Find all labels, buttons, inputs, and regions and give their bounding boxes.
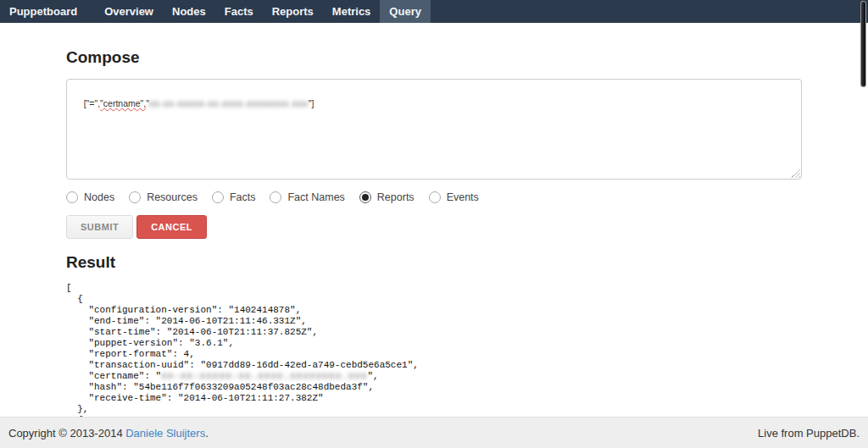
result-line: "puppet-version": "3.6.1", bbox=[66, 338, 802, 349]
author-link[interactable]: Daniele Sluijters bbox=[125, 427, 205, 440]
footer-copyright: Copyright © 2013-2014 Daniele Sluijters. bbox=[8, 427, 209, 440]
footer-live-status: Live from PuppetDB. bbox=[758, 427, 860, 440]
endpoint-option-events[interactable]: Events bbox=[429, 191, 479, 203]
nav-item-overview[interactable]: Overview bbox=[95, 0, 163, 23]
radio-icon[interactable] bbox=[66, 191, 78, 203]
endpoint-option-fact-names[interactable]: Fact Names bbox=[270, 191, 344, 203]
vertical-scrollbar-thumb[interactable] bbox=[860, 1, 866, 87]
result-line: "configuration-version": "1402414878", bbox=[66, 305, 802, 316]
query-redacted-hostname: xx-xx-xxxxx-xx.xxxx.xxxxxxxx.xxx bbox=[149, 98, 309, 108]
result-redacted-certname: xx-xx-xxxxx-xx.xxxx.xxxxxxxx.xxx bbox=[161, 371, 367, 381]
nav-item-nodes[interactable]: Nodes bbox=[163, 0, 215, 23]
endpoint-option-resources[interactable]: Resources bbox=[129, 191, 198, 203]
top-navbar: Puppetboard OverviewNodesFactsReportsMet… bbox=[0, 0, 868, 23]
query-textarea[interactable]: ["=","certname","xx-xx-xxxxx-xx.xxxx.xxx… bbox=[66, 79, 802, 180]
result-line: }, bbox=[66, 404, 802, 415]
radio-icon[interactable] bbox=[359, 191, 371, 203]
radio-label: Facts bbox=[230, 191, 256, 203]
result-line: "start-time": "2014-06-10T21:11:37.825Z"… bbox=[66, 327, 802, 338]
copyright-period: . bbox=[205, 427, 209, 440]
result-certname-suffix: ", bbox=[367, 371, 378, 381]
main-content: Compose ["=","certname","xx-xx-xxxxx-xx.… bbox=[0, 48, 868, 426]
result-line: "end-time": "2014-06-10T21:11:46.331Z", bbox=[66, 316, 802, 327]
nav-item-reports[interactable]: Reports bbox=[263, 0, 323, 23]
cancel-button[interactable]: CANCEL bbox=[136, 215, 207, 239]
endpoint-option-nodes[interactable]: Nodes bbox=[66, 191, 114, 203]
radio-label: Events bbox=[447, 191, 479, 203]
nav-item-query[interactable]: Query bbox=[380, 0, 431, 23]
radio-icon[interactable] bbox=[212, 191, 224, 203]
endpoint-option-reports[interactable]: Reports bbox=[359, 191, 415, 203]
nav-item-facts[interactable]: Facts bbox=[215, 0, 263, 23]
result-line: "hash": "54be116f7f0633209a05248f03ac28c… bbox=[66, 382, 802, 393]
nav-item-metrics[interactable]: Metrics bbox=[323, 0, 381, 23]
radio-label: Nodes bbox=[84, 191, 114, 203]
navbar-items: OverviewNodesFactsReportsMetricsQuery bbox=[95, 0, 431, 23]
result-json-output: [ { "configuration-version": "1402414878… bbox=[66, 283, 802, 426]
result-line: "certname": "xx-xx-xxxxx-xx.xxxx.xxxxxxx… bbox=[66, 371, 802, 382]
compose-heading: Compose bbox=[66, 48, 802, 67]
radio-icon[interactable] bbox=[129, 191, 141, 203]
result-line: "transaction-uuid": "0917dd89-16dd-42ed-… bbox=[66, 360, 802, 371]
textarea-resize-handle[interactable] bbox=[791, 169, 800, 178]
endpoint-option-facts[interactable]: Facts bbox=[212, 191, 256, 203]
result-line: "report-format": 4, bbox=[66, 349, 802, 360]
footer: Copyright © 2013-2014 Daniele Sluijters.… bbox=[0, 417, 868, 448]
copyright-text: Copyright © 2013-2014 bbox=[8, 427, 125, 440]
radio-label: Resources bbox=[147, 191, 198, 203]
radio-icon[interactable] bbox=[270, 191, 281, 203]
query-text-suffix: "] bbox=[309, 98, 314, 108]
radio-label: Reports bbox=[377, 191, 415, 203]
query-text-certname: "certname", bbox=[100, 98, 146, 108]
navbar-brand[interactable]: Puppetboard bbox=[0, 0, 86, 23]
result-heading: Result bbox=[66, 253, 802, 272]
radio-label: Fact Names bbox=[287, 191, 344, 203]
query-text-prefix: ["=", bbox=[84, 98, 100, 108]
result-line: "receive-time": "2014-06-10T21:11:27.382… bbox=[66, 393, 802, 404]
form-buttons: SUBMIT CANCEL bbox=[66, 215, 802, 239]
result-certname-key: "certname": " bbox=[66, 371, 161, 381]
result-line: [ bbox=[66, 283, 802, 294]
submit-button[interactable]: SUBMIT bbox=[66, 215, 133, 239]
radio-icon[interactable] bbox=[429, 191, 441, 203]
result-line: { bbox=[66, 294, 802, 305]
endpoint-radio-group: NodesResourcesFactsFact NamesReportsEven… bbox=[66, 191, 802, 203]
